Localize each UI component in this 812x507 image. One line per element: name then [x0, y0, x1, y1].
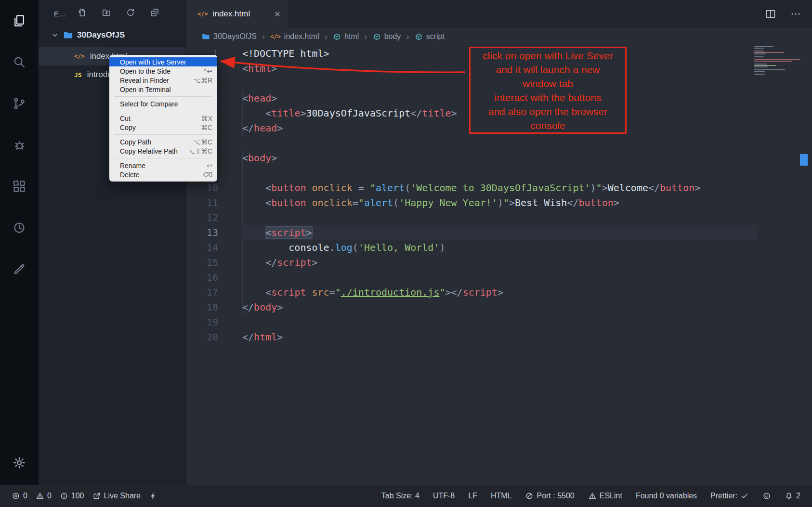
bell-icon — [785, 492, 793, 500]
split-editor-icon[interactable] — [765, 8, 776, 20]
breadcrumb-html[interactable]: html — [333, 32, 359, 41]
html-file-icon: </> — [74, 53, 85, 60]
status-label: Live Share — [104, 492, 141, 500]
menu-item-shortcut: ⌘C — [201, 124, 212, 131]
menu-item-label: Delete — [120, 171, 197, 179]
menu-item-label: Copy Path — [120, 138, 187, 146]
code-line-text — [242, 136, 757, 151]
new-folder-button[interactable] — [102, 8, 111, 19]
menu-separator — [114, 158, 212, 158]
code-line-18: 18</body> — [186, 300, 812, 315]
activity-bar-explorer[interactable] — [0, 0, 39, 41]
status-utf-8[interactable]: UTF-8 — [433, 492, 455, 500]
activity-bar-history[interactable] — [0, 207, 39, 248]
new-file-button[interactable] — [78, 8, 87, 19]
menu-item-label: Copy Relative Path — [120, 147, 182, 155]
breadcrumb-30daysofjs[interactable]: 30DaysOfJS — [201, 32, 257, 41]
status-eslint[interactable]: ESLint — [588, 492, 622, 500]
line-number: 14 — [186, 240, 242, 255]
editor: </> index.html × 30DaysOfJS›</>index.htm… — [185, 0, 812, 485]
line-number: 20 — [186, 330, 242, 345]
breadcrumb: 30DaysOfJS›</>index.html›html›body›scrip… — [186, 28, 812, 45]
menu-item-open-to-the-side[interactable]: Open to the Side^↩ — [109, 66, 217, 76]
code-line-text: <button onclick = "alert('Welcome to 30D… — [242, 181, 757, 195]
breadcrumb-body[interactable]: body — [373, 32, 401, 41]
menu-item-copy-relative-path[interactable]: Copy Relative Path⌥⇧⌘C — [109, 146, 217, 156]
menu-item-open-in-terminal[interactable]: Open in Terminal — [109, 85, 217, 94]
line-number: 18 — [186, 300, 242, 315]
annotation-text-line: and it will launch a new — [496, 63, 600, 77]
status-port-5500[interactable]: Port : 5500 — [525, 492, 574, 500]
status-live-share[interactable]: Live Share — [92, 492, 141, 500]
live-share-icon — [92, 492, 101, 500]
code-line-text: <script src="./introduction.js"></script… — [242, 285, 757, 300]
status-lf[interactable]: LF — [468, 492, 477, 500]
menu-item-select-for-compare[interactable]: Select for Compare — [109, 99, 217, 108]
status-smiley[interactable] — [762, 492, 771, 500]
eslint-icon — [588, 492, 597, 500]
activity-bar — [0, 0, 39, 485]
menu-item-rename[interactable]: Rename↩ — [109, 161, 217, 170]
breadcrumb-script[interactable]: script — [415, 32, 445, 41]
code-line-text — [242, 210, 757, 225]
menu-item-shortcut: ↩ — [207, 162, 212, 169]
status-bolt[interactable] — [149, 492, 157, 500]
activity-bar-source-control[interactable] — [0, 83, 39, 124]
menu-item-copy-path[interactable]: Copy Path⌥⌘C — [109, 137, 217, 146]
folder-root-30daysofjs[interactable]: 30DaysOfJS — [39, 27, 185, 43]
line-number: 11 — [186, 195, 242, 210]
refresh-button[interactable] — [126, 8, 135, 19]
code-line-text — [242, 315, 757, 330]
status-label: Prettier: — [710, 492, 737, 500]
status-100[interactable]: 100 — [60, 492, 84, 500]
code-line-14: 14 console.log('Hello, World') — [186, 240, 812, 255]
menu-item-shortcut: ⌥⌘C — [193, 138, 212, 146]
close-icon[interactable]: × — [275, 8, 280, 20]
annotation-text-line: window tab — [523, 77, 573, 91]
breadcrumb-index-html[interactable]: </>index.html — [270, 32, 319, 41]
breadcrumb-separator: › — [406, 31, 409, 42]
status-2[interactable]: 2 — [785, 492, 800, 500]
activity-bar-settings[interactable] — [0, 445, 39, 480]
activity-bar-search[interactable] — [0, 41, 39, 83]
collapse-all-button[interactable] — [150, 8, 159, 19]
menu-item-open-with-live-server[interactable]: Open with Live Server — [109, 57, 217, 66]
status-prettier[interactable]: Prettier: — [710, 492, 749, 500]
scrollbar-marker[interactable] — [800, 154, 808, 166]
breadcrumb-label: 30DaysOfJS — [213, 32, 257, 41]
menu-item-label: Rename — [120, 162, 201, 169]
more-actions-icon[interactable] — [790, 8, 801, 20]
menu-item-cut[interactable]: Cut⌘X — [109, 114, 217, 123]
menu-item-delete[interactable]: Delete⌫ — [109, 170, 217, 179]
sidebar-title: E… — [54, 10, 66, 18]
bolt-icon — [149, 492, 157, 500]
status-label: 100 — [71, 492, 84, 500]
code-line-text: <button onclick="alert('Happy New Year!'… — [242, 195, 757, 210]
status-html[interactable]: HTML — [491, 492, 512, 500]
line-number: 13 — [186, 225, 242, 240]
menu-item-reveal-in-finder[interactable]: Reveal in Finder⌥⌘R — [109, 76, 217, 85]
run-debug-icon — [12, 138, 26, 152]
code-line-text: console.log('Hello, World') — [242, 240, 757, 255]
menu-item-shortcut: ^↩ — [204, 67, 212, 75]
status-0[interactable]: 0 — [12, 492, 27, 500]
menu-item-shortcut: ⌫ — [203, 171, 212, 179]
status-0[interactable]: 0 — [36, 492, 52, 500]
code-line-7: 7 — [186, 136, 812, 151]
status-found-0-variables[interactable]: Found 0 variables — [636, 492, 697, 500]
menu-item-copy[interactable]: Copy⌘C — [109, 123, 217, 132]
tab-index-html[interactable]: </> index.html × — [186, 0, 288, 28]
sidebar-actions — [78, 8, 159, 19]
activity-bar-run-debug[interactable] — [0, 124, 39, 166]
annotation-text-line: console — [530, 118, 565, 132]
breadcrumb-separator: › — [262, 31, 265, 42]
activity-bar-feedback[interactable] — [0, 248, 39, 290]
status-bar-right: Tab Size: 4UTF-8LFHTMLPort : 5500ESLintF… — [381, 492, 812, 500]
minimap[interactable] — [754, 46, 804, 75]
menu-item-label: Open to the Side — [120, 67, 198, 75]
js-file-icon: JS — [74, 71, 82, 78]
info-icon — [60, 492, 68, 500]
status-tab-size-4[interactable]: Tab Size: 4 — [381, 492, 419, 500]
activity-bar-extensions[interactable] — [0, 166, 39, 207]
status-label: Port : 5500 — [537, 492, 574, 500]
